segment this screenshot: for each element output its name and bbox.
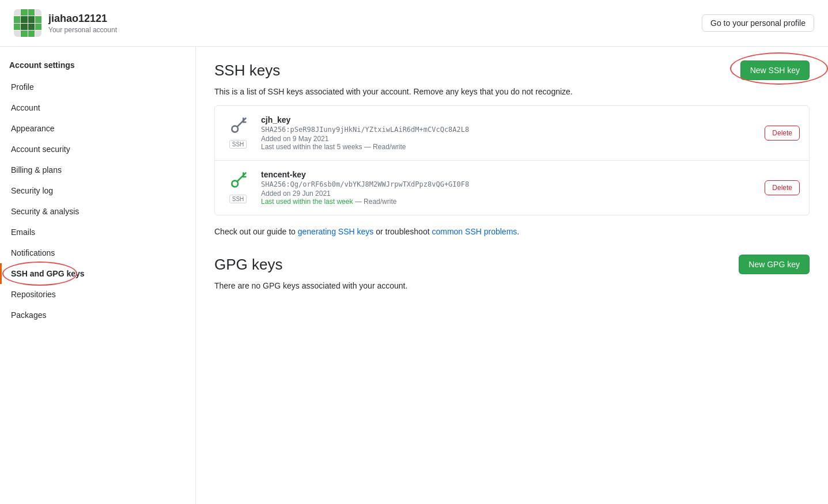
gpg-section-header: GPG keys New GPG key xyxy=(214,255,810,274)
sidebar-item-billing[interactable]: Billing & plans xyxy=(0,160,195,180)
sidebar-item-repositories[interactable]: Repositories xyxy=(0,284,195,305)
avatar xyxy=(14,9,41,37)
generating-ssh-keys-link[interactable]: generating SSH keys xyxy=(298,227,374,236)
key-name: tencent-key xyxy=(261,170,755,179)
key-icon xyxy=(229,172,247,192)
key-sha: SHA256:pSeR98JIuny9jHkNi/YZtxiwLAiR6dM+m… xyxy=(261,126,755,134)
main-content: SSH keys New SSH key This is a list of S… xyxy=(196,47,828,504)
key-icon-wrapper: SSH xyxy=(224,172,252,203)
sidebar: Account settings Profile Account Appeara… xyxy=(0,47,196,504)
sidebar-item-ssh-gpg[interactable]: SSH and GPG keys xyxy=(0,263,195,284)
new-ssh-key-button[interactable]: New SSH key xyxy=(740,60,810,80)
key-type-badge: SSH xyxy=(229,140,247,149)
key-added: Added on 29 Jun 2021 xyxy=(261,190,755,198)
key-name: cjh_key xyxy=(261,115,755,124)
delete-key-button[interactable]: Delete xyxy=(765,126,800,141)
delete-key-button[interactable]: Delete xyxy=(765,180,800,195)
sidebar-item-profile[interactable]: Profile xyxy=(0,77,195,97)
key-icon xyxy=(229,118,247,138)
ssh-section-description: This is a list of SSH keys associated wi… xyxy=(214,87,810,96)
sidebar-heading: Account settings xyxy=(0,56,195,77)
user-info: jiahao12121 Your personal account xyxy=(14,9,117,37)
sidebar-item-account[interactable]: Account xyxy=(0,97,195,118)
gpg-empty-text: There are no GPG keys associated with yo… xyxy=(214,281,810,290)
common-ssh-problems-link[interactable]: common SSH problems xyxy=(432,227,517,236)
new-ssh-button-wrapper: New SSH key xyxy=(740,60,810,80)
username: jiahao12121 xyxy=(48,13,117,25)
key-details: tencent-key SHA256:Qg/orRF6sb0m/vbYKJ8M2… xyxy=(261,170,755,206)
guide-text: Check out our guide to generating SSH ke… xyxy=(214,227,810,236)
sidebar-item-security-log[interactable]: Security log xyxy=(0,180,195,201)
key-details: cjh_key SHA256:pSeR98JIuny9jHkNi/YZtxiwL… xyxy=(261,115,755,151)
sidebar-item-account-security[interactable]: Account security xyxy=(0,139,195,160)
ssh-section-title: SSH keys xyxy=(214,62,280,79)
sidebar-item-packages[interactable]: Packages xyxy=(0,305,195,325)
sidebar-item-emails[interactable]: Emails xyxy=(0,222,195,242)
key-added: Added on 9 May 2021 xyxy=(261,135,755,143)
key-last-used: Last used within the last week — Read/wr… xyxy=(261,198,755,206)
user-subtitle: Your personal account xyxy=(48,26,117,34)
table-row: SSH tencent-key SHA256:Qg/orRF6sb0m/vbYK… xyxy=(215,161,809,215)
sidebar-item-security-analysis[interactable]: Security & analysis xyxy=(0,201,195,222)
key-icon-wrapper: SSH xyxy=(224,118,252,149)
top-bar: jiahao12121 Your personal account Go to … xyxy=(0,0,828,47)
ssh-section-header: SSH keys New SSH key xyxy=(214,60,810,80)
layout: Account settings Profile Account Appeara… xyxy=(0,47,828,504)
go-to-profile-button[interactable]: Go to your personal profile xyxy=(702,14,814,32)
user-text: jiahao12121 Your personal account xyxy=(48,13,117,34)
sidebar-item-notifications[interactable]: Notifications xyxy=(0,242,195,263)
ssh-key-list: SSH cjh_key SHA256:pSeR98JIuny9jHkNi/YZt… xyxy=(214,105,810,215)
ssh-gpg-wrapper: SSH and GPG keys xyxy=(0,263,195,284)
table-row: SSH cjh_key SHA256:pSeR98JIuny9jHkNi/YZt… xyxy=(215,106,809,161)
key-type-badge: SSH xyxy=(229,195,247,203)
key-last-used: Last used within the last 5 weeks — Read… xyxy=(261,143,755,151)
gpg-section-title: GPG keys xyxy=(214,256,282,274)
new-gpg-key-button[interactable]: New GPG key xyxy=(739,255,810,274)
key-sha: SHA256:Qg/orRF6sb0m/vbYKJ8M2WWJrpwTXdPpz… xyxy=(261,180,755,188)
sidebar-item-appearance[interactable]: Appearance xyxy=(0,118,195,139)
